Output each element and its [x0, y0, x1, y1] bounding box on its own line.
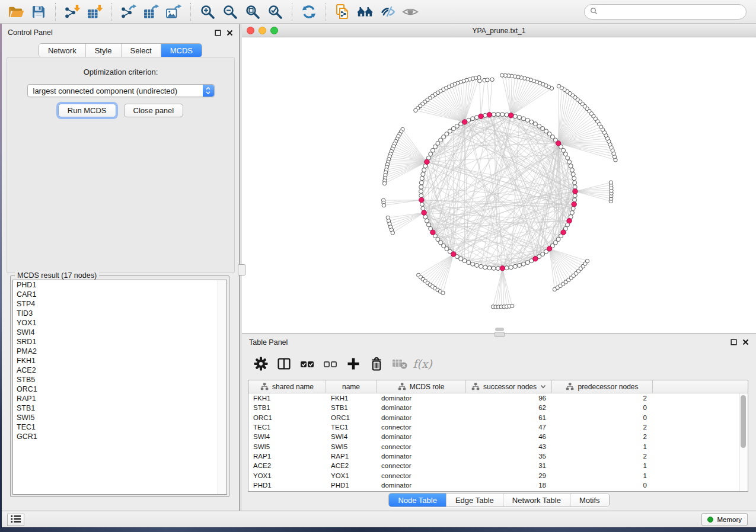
tab-node-table[interactable]: Node Table [389, 493, 446, 507]
leaf-node [391, 231, 394, 235]
table-row[interactable]: SWI4SWI4dominator462 [248, 432, 748, 441]
ring-node [529, 120, 534, 124]
first-neighbors-button[interactable] [355, 2, 376, 22]
result-node[interactable]: ACE2 [13, 366, 227, 375]
ring-node [483, 265, 487, 270]
open-folder-button[interactable] [5, 2, 27, 22]
tab-select[interactable]: Select [122, 44, 161, 57]
table-row[interactable]: YOX1YOX1connector291 [248, 470, 748, 480]
network-hscroll-thumb[interactable] [495, 328, 504, 331]
memory-button[interactable]: Memory [701, 513, 748, 526]
deselect-all-checkboxes-button[interactable] [320, 353, 340, 374]
tab-mcds[interactable]: MCDS [161, 44, 202, 57]
mcds-result-list[interactable]: PHD1CAR1STP4TID3YOX1SWI4SRD1PMA2FKH1ACE2… [12, 280, 227, 495]
search-input[interactable] [601, 7, 746, 17]
cell-predecessor-nodes: 0 [552, 482, 653, 489]
result-list-scrollbar[interactable] [218, 280, 227, 494]
refresh-layout-button[interactable] [298, 2, 320, 22]
import-table-button[interactable] [84, 2, 106, 22]
tab-style[interactable]: Style [86, 44, 122, 57]
result-node[interactable]: GCR1 [13, 432, 227, 441]
ring-node [518, 263, 522, 267]
tab-network-table[interactable]: Network Table [503, 493, 570, 507]
cell-predecessor-nodes: 2 [552, 453, 653, 460]
network-graph[interactable] [242, 37, 756, 333]
network-file-button[interactable] [332, 2, 353, 22]
result-node[interactable]: STB5 [13, 375, 227, 384]
minimize-window-icon[interactable] [259, 27, 266, 34]
result-node[interactable]: STP4 [13, 299, 227, 309]
add-column-button[interactable] [343, 353, 363, 374]
split-panel-button[interactable] [273, 353, 294, 374]
result-node[interactable]: SRD1 [13, 337, 227, 347]
float-panel-icon[interactable] [215, 30, 221, 36]
ring-node [419, 194, 423, 198]
export-image-button[interactable] [163, 2, 184, 22]
column-header-name[interactable]: name [326, 380, 377, 393]
column-header-successor-nodes[interactable]: successor nodes [466, 380, 552, 393]
export-table-button[interactable] [141, 2, 162, 22]
tab-motifs[interactable]: Motifs [570, 493, 609, 507]
zoom-in-button[interactable] [197, 2, 218, 22]
result-node[interactable]: FKH1 [13, 356, 227, 366]
settings-gear-button[interactable] [250, 353, 271, 374]
table-panel-title: Table Panel [249, 338, 288, 347]
table-scrollbar[interactable] [739, 393, 748, 491]
result-node[interactable]: PHD1 [13, 280, 227, 290]
table-panel-drag-handle[interactable] [495, 332, 505, 337]
delete-columns-trash-button[interactable] [366, 353, 387, 374]
panel-menu-button[interactable] [7, 514, 24, 526]
result-node[interactable]: RAP1 [13, 394, 227, 403]
column-header-shared-name[interactable]: shared name [248, 380, 326, 393]
table-row[interactable]: SWI5SWI5connector431 [248, 441, 748, 451]
table-scrollbar-thumb[interactable] [741, 395, 746, 448]
hide-selected-button[interactable] [377, 2, 398, 22]
close-table-panel-icon[interactable] [742, 339, 749, 345]
table-row[interactable]: PHD1PHD1dominator180 [248, 480, 748, 490]
table-panel-tabs: Node TableEdge TableNetwork TableMotifs [388, 493, 609, 507]
control-panel: Control Panel NetworkStyleSelectMCDS Opt… [2, 24, 240, 511]
table-row[interactable]: TEC1TEC1connector472 [248, 422, 748, 432]
result-node[interactable]: TID3 [13, 309, 227, 318]
result-node[interactable]: STB1 [13, 403, 227, 413]
result-node[interactable]: SWI4 [13, 328, 227, 337]
zoom-out-button[interactable] [219, 2, 241, 22]
close-panel-button[interactable]: Close panel [124, 104, 184, 117]
result-node[interactable]: ORC1 [13, 384, 227, 394]
network-canvas[interactable] [242, 37, 756, 333]
zoom-fit-button[interactable] [242, 2, 263, 22]
float-table-panel-icon[interactable] [731, 339, 737, 345]
result-node[interactable]: SWI5 [13, 413, 227, 422]
search-box[interactable] [584, 4, 747, 20]
result-node[interactable]: YOX1 [13, 318, 227, 328]
table-row[interactable]: ORC1ORC1dominator610 [248, 413, 748, 422]
close-panel-icon[interactable] [227, 30, 233, 36]
tab-network[interactable]: Network [39, 44, 86, 57]
network-window-titlebar[interactable]: YPA_prune.txt_1 [242, 24, 756, 37]
table-row[interactable]: FKH1FKH1dominator962 [248, 393, 748, 403]
table-row[interactable]: STB1STB1dominator620 [248, 403, 748, 412]
delete-table-button[interactable] [389, 353, 410, 374]
optimization-criterion-select[interactable]: largest connected component (undirected) [27, 84, 215, 97]
maximize-window-icon[interactable] [270, 27, 278, 34]
cell-predecessor-nodes: 1 [552, 472, 653, 479]
function-builder-button[interactable]: f(x) [412, 353, 433, 374]
import-network-button[interactable] [62, 2, 83, 22]
show-all-button[interactable] [400, 2, 421, 22]
run-mcds-button[interactable]: Run MCDS [58, 104, 116, 117]
result-node[interactable]: TEC1 [13, 422, 227, 432]
result-node[interactable]: PMA2 [13, 347, 227, 356]
splitter-handle[interactable] [238, 264, 245, 275]
table-row[interactable]: RAP1RAP1dominator352 [248, 451, 748, 461]
close-window-icon[interactable] [247, 27, 254, 34]
column-header-predecessor-nodes[interactable]: predecessor nodes [552, 380, 653, 393]
zoom-selected-button[interactable] [264, 2, 286, 22]
export-network-button[interactable] [118, 2, 139, 22]
column-header-MCDS-role[interactable]: MCDS role [377, 380, 466, 393]
table-row[interactable]: ACE2ACE2connector311 [248, 461, 748, 470]
tab-edge-table[interactable]: Edge Table [446, 493, 503, 507]
export-table-icon [143, 4, 160, 19]
result-node[interactable]: CAR1 [13, 290, 227, 299]
save-session-button[interactable] [28, 2, 49, 22]
select-all-checkboxes-button[interactable] [296, 353, 317, 374]
